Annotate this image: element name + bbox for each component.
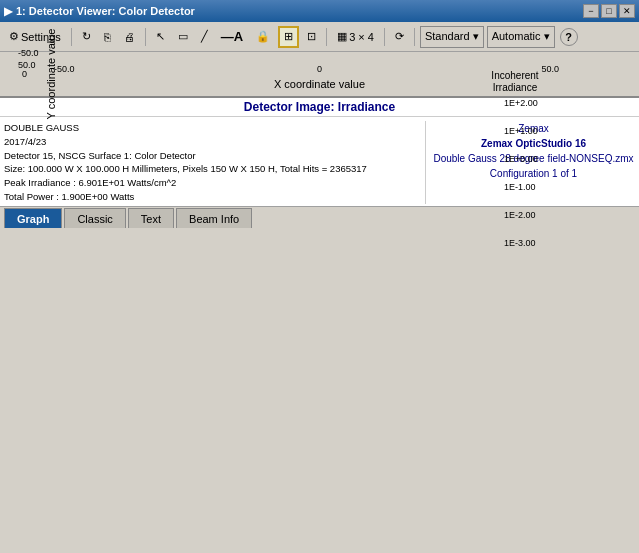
rect-icon: ▭ (178, 30, 188, 43)
table-icon: ⊡ (307, 30, 316, 43)
title-bar-left: ▶ 1: Detector Viewer: Color Detector (4, 5, 195, 18)
tab-text[interactable]: Text (128, 208, 174, 228)
tab-beam-info[interactable]: Beam Info (176, 208, 252, 228)
table-button[interactable]: ⊡ (302, 26, 321, 48)
text-tool-icon: —A (221, 29, 243, 44)
refresh-button[interactable]: ↻ (77, 26, 96, 48)
x-tick-min: -50.0 (54, 64, 75, 74)
y-tick-min: -50.0 (18, 48, 39, 58)
text-tool-button[interactable]: —A (216, 26, 248, 48)
info-line-0: DOUBLE GAUSS (4, 121, 419, 135)
close-button[interactable]: ✕ (619, 4, 635, 18)
lock-icon: 🔒 (256, 30, 270, 43)
pointer-icon: ↖ (156, 30, 165, 43)
grid-view-button[interactable]: ⊞ (278, 26, 299, 48)
rect-button[interactable]: ▭ (173, 26, 193, 48)
title-bar: ▶ 1: Detector Viewer: Color Detector − □… (0, 0, 639, 22)
separator-2 (145, 28, 146, 46)
y-axis-label: Y coordinate value (45, 29, 57, 120)
rotate-icon: ⟳ (395, 30, 404, 43)
lock-button[interactable]: 🔒 (251, 26, 275, 48)
info-line-4: Peak Irradiance : 6.901E+01 Watts/cm^2 (4, 176, 419, 190)
pointer-button[interactable]: ↖ (151, 26, 170, 48)
tab-graph[interactable]: Graph (4, 208, 62, 228)
colorbar-title: IncoherentIrradiance (485, 70, 545, 94)
print-button[interactable]: 🖨 (119, 26, 140, 48)
toolbar: ⚙ Settings ↻ ⎘ 🖨 ↖ ▭ ╱ —A 🔒 ⊞ ⊡ ▦ 3 × 4 … (0, 22, 639, 52)
info-line-1: 2017/4/23 (4, 135, 419, 149)
plot-wrapper: Y coordinate value X coordinate value 50… (0, 52, 639, 96)
colorbar-label-3: 1E-1.00 (504, 182, 538, 192)
help-button[interactable]: ? (560, 28, 578, 46)
colorbar-labels: 1E+2.00 1E+1.00 1E+0.00 1E-1.00 1E-2.00 … (501, 98, 538, 248)
colorbar-label-0: 1E+2.00 (504, 98, 538, 108)
refresh-icon: ↻ (82, 30, 91, 43)
separator-3 (326, 28, 327, 46)
settings-icon: ⚙ (9, 30, 19, 43)
separator-4 (384, 28, 385, 46)
line-button[interactable]: ╱ (196, 26, 213, 48)
restore-button[interactable]: □ (601, 4, 617, 18)
colorbar-label-5: 1E-3.00 (504, 238, 538, 248)
grid-size-icon: ▦ (337, 30, 347, 43)
colorbar-gradient (485, 98, 501, 248)
y-tick-mid: 0 (22, 69, 27, 79)
automatic-dropdown[interactable]: Automatic ▾ (487, 26, 555, 48)
info-left: DOUBLE GAUSS 2017/4/23 Detector 15, NSCG… (4, 121, 419, 204)
grid-icon: ⊞ (284, 30, 293, 43)
copy-icon: ⎘ (104, 31, 111, 43)
minimize-button[interactable]: − (583, 4, 599, 18)
info-line-2: Detector 15, NSCG Surface 1: Color Detec… (4, 149, 419, 163)
copy-button[interactable]: ⎘ (99, 26, 116, 48)
title-bar-controls: − □ ✕ (583, 4, 635, 18)
grid-size-button[interactable]: ▦ 3 × 4 (332, 26, 379, 48)
separator-5 (414, 28, 415, 46)
info-line-3: Size: 100.000 W X 100.000 H Millimeters,… (4, 162, 419, 176)
info-line-5: Total Power : 1.900E+00 Watts (4, 190, 419, 204)
colorbar-content: 1E+2.00 1E+1.00 1E+0.00 1E-1.00 1E-2.00 … (485, 98, 545, 248)
tab-classic[interactable]: Classic (64, 208, 125, 228)
line-icon: ╱ (201, 30, 208, 43)
colorbar-label-2: 1E+0.00 (504, 154, 538, 164)
colorbar-label-4: 1E-2.00 (504, 210, 538, 220)
colorbar-label-1: 1E+1.00 (504, 126, 538, 136)
rotate-button[interactable]: ⟳ (390, 26, 409, 48)
x-axis-label: X coordinate value (274, 78, 365, 90)
separator-1 (71, 28, 72, 46)
app-icon: ▶ (4, 5, 12, 18)
print-icon: 🖨 (124, 31, 135, 43)
window-title: 1: Detector Viewer: Color Detector (16, 5, 195, 17)
x-tick-mid: 0 (317, 64, 322, 74)
standard-dropdown[interactable]: Standard ▾ (420, 26, 484, 48)
